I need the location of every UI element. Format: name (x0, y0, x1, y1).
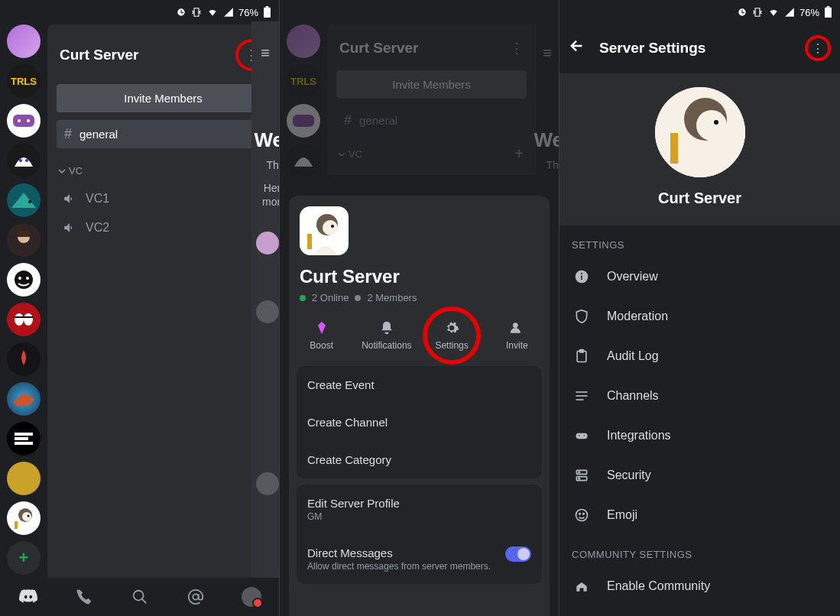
server-icon[interactable] (7, 223, 41, 257)
boost-action[interactable]: Boost (291, 320, 352, 351)
add-server-button[interactable]: + (7, 541, 41, 575)
svg-rect-47 (576, 399, 584, 400)
svg-rect-33 (825, 8, 832, 18)
option-sublabel: GM (307, 511, 531, 522)
server-rail: TRLS (0, 21, 47, 578)
voice-channel[interactable]: VC1 (47, 184, 279, 213)
phone-icon (76, 588, 92, 605)
settings-action[interactable]: Settings (421, 320, 482, 351)
server-title: Curt Server (60, 47, 139, 63)
emoji-icon (573, 507, 590, 523)
voice-channel[interactable]: VC2 (47, 213, 279, 242)
status-bar: 76% (559, 0, 840, 21)
text-channel-general[interactable]: # general (57, 120, 270, 148)
back-button[interactable] (569, 37, 585, 59)
row-label: Enable Community (607, 579, 710, 593)
settings-header: Server Settings ⋮ (559, 21, 840, 73)
notifications-action[interactable]: Notifications (356, 320, 417, 351)
svg-rect-15 (15, 316, 33, 318)
settings-row-audit-log[interactable]: Audit Log (559, 336, 840, 376)
list-icon (573, 388, 590, 404)
alarm-icon (737, 7, 748, 18)
member-dot-icon (355, 295, 361, 301)
server-icon[interactable] (7, 462, 41, 495)
row-label: Emoji (607, 508, 637, 522)
controller-icon (573, 428, 590, 443)
settings-row-overview[interactable]: Overview (559, 257, 840, 297)
settings-row-channels[interactable]: Channels (559, 376, 840, 416)
menu-icon[interactable]: ≡ (251, 44, 279, 62)
row-label: Overview (607, 270, 658, 284)
settings-row-integrations[interactable]: Integrations (559, 416, 840, 456)
dm-toggle[interactable] (505, 546, 531, 562)
wifi-icon (767, 7, 780, 18)
nav-search[interactable] (125, 582, 155, 612)
server-icon[interactable] (7, 104, 41, 138)
invite-members-button[interactable]: Invite Members (57, 84, 270, 112)
create-event-option[interactable]: Create Event (297, 366, 542, 404)
highlight-circle (423, 306, 481, 365)
svg-point-20 (22, 512, 31, 521)
server-icon[interactable] (7, 263, 41, 297)
server-icon[interactable] (7, 382, 41, 416)
server-avatar[interactable] (655, 87, 745, 177)
direct-messages-option[interactable]: Direct Messages Allow direct messages fr… (297, 534, 542, 584)
settings-row-moderation[interactable]: Moderation (559, 297, 840, 336)
server-icon[interactable] (7, 183, 41, 217)
settings-more-button[interactable]: ⋮ (805, 35, 831, 61)
svg-point-6 (25, 159, 28, 162)
row-label: Moderation (607, 310, 668, 323)
action-label: Notifications (362, 340, 411, 351)
server-name-label: Curt Server (559, 190, 840, 207)
svg-point-54 (579, 478, 580, 479)
search-icon (131, 588, 148, 605)
svg-rect-48 (576, 433, 588, 439)
invite-action[interactable]: Invite (486, 320, 547, 351)
nav-calls[interactable] (69, 582, 99, 612)
clipboard-icon (573, 349, 590, 364)
action-label: Boost (310, 340, 333, 351)
svg-point-53 (579, 472, 580, 473)
online-count: 2 Online (312, 292, 349, 303)
sheet-server-title: Curt Server (289, 255, 550, 292)
online-dot-icon (300, 295, 306, 301)
server-icon[interactable] (7, 422, 41, 456)
shield-icon (573, 309, 590, 324)
voice-category-header[interactable]: vc + (47, 151, 279, 184)
category-label: vc (69, 165, 83, 177)
svg-point-56 (579, 514, 581, 515)
server-icon[interactable] (7, 303, 41, 336)
nav-profile[interactable] (236, 582, 267, 612)
panel-server-sheet: 76% TRLS Curt Server ⋮ Invite Members # … (280, 0, 559, 616)
status-bar: 76% (0, 0, 279, 21)
row-label: Audit Log (607, 349, 659, 363)
svg-rect-9 (18, 231, 30, 237)
settings-row-enable-community[interactable]: Enable Community (559, 566, 840, 606)
server-icon[interactable] (7, 501, 41, 535)
server-icon[interactable] (7, 144, 41, 177)
server-icon[interactable] (7, 342, 41, 376)
edit-profile-option[interactable]: Edit Server Profile GM (297, 485, 542, 534)
action-label: Invite (506, 340, 528, 351)
text-fragment: This (267, 159, 280, 171)
hash-icon: # (64, 126, 72, 142)
section-label-settings: SETTINGS (559, 225, 840, 257)
option-label: Direct Messages (307, 546, 491, 559)
svg-rect-46 (576, 395, 588, 397)
svg-point-11 (18, 277, 21, 280)
settings-row-emoji[interactable]: Emoji (559, 495, 840, 535)
nav-mentions[interactable] (180, 582, 211, 612)
sheet-actions: Boost Notifications Settings Invite (289, 314, 550, 360)
option-label: Edit Server Profile (307, 497, 531, 510)
arrow-left-icon (569, 37, 585, 54)
svg-point-14 (24, 313, 33, 326)
battery-percent: 76% (238, 7, 258, 18)
svg-point-29 (323, 220, 338, 235)
server-icon[interactable]: TRLS (7, 64, 41, 98)
sheet-meta: 2 Online 2 Members (289, 292, 550, 314)
create-category-option[interactable]: Create Category (297, 441, 542, 478)
create-channel-option[interactable]: Create Channel (297, 404, 542, 441)
server-icon[interactable] (7, 24, 41, 58)
nav-discord[interactable] (13, 582, 44, 612)
settings-row-security[interactable]: Security (559, 456, 840, 495)
